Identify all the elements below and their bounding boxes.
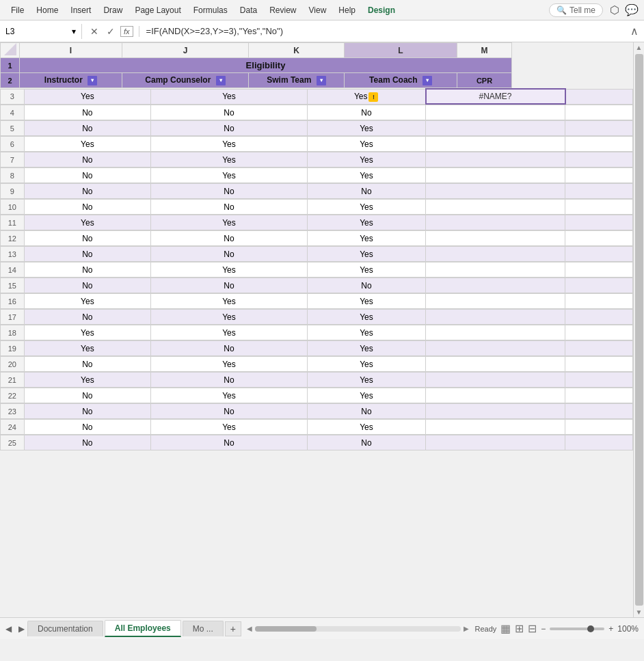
- cell-cpr[interactable]: [565, 310, 633, 325]
- cell-swim-team[interactable]: Yes: [307, 325, 425, 340]
- cell-swim-team[interactable]: No: [307, 105, 425, 120]
- cell-instructor[interactable]: No: [24, 388, 150, 403]
- cell-team-coach[interactable]: [426, 420, 565, 435]
- zoom-plus-button[interactable]: +: [608, 624, 613, 634]
- cell-camp-counselor[interactable]: No: [151, 105, 308, 120]
- cell-instructor[interactable]: No: [24, 247, 150, 262]
- h-scroll-track[interactable]: [255, 626, 461, 632]
- cell-camp-counselor[interactable]: No: [151, 373, 308, 388]
- cell-cpr[interactable]: [565, 435, 633, 450]
- cell-cpr[interactable]: [565, 200, 633, 215]
- cell-swim-team[interactable]: Yes: [307, 388, 425, 403]
- cell-instructor[interactable]: No: [24, 121, 150, 136]
- warning-icon[interactable]: !: [368, 92, 378, 102]
- cell-team-coach[interactable]: [426, 435, 565, 450]
- cell-team-coach[interactable]: [426, 200, 565, 215]
- zoom-slider[interactable]: [550, 628, 604, 630]
- cell-cpr[interactable]: [565, 404, 633, 419]
- cell-team-coach[interactable]: [426, 373, 565, 388]
- cell-camp-counselor[interactable]: Yes: [151, 420, 308, 435]
- cell-team-coach[interactable]: [426, 215, 565, 230]
- zoom-minus-button[interactable]: −: [541, 624, 546, 634]
- cancel-formula-button[interactable]: ✕: [88, 26, 101, 37]
- cell-instructor[interactable]: No: [24, 310, 150, 325]
- cell-team-coach[interactable]: [426, 105, 565, 120]
- cell-cpr[interactable]: [565, 231, 633, 246]
- cell-team-coach[interactable]: [426, 341, 565, 356]
- cell-swim-team[interactable]: Yes: [307, 247, 425, 262]
- menu-pagelayout[interactable]: Page Layout: [129, 3, 186, 18]
- cell-cpr[interactable]: [565, 294, 633, 309]
- menu-review[interactable]: Review: [264, 3, 301, 18]
- name-box[interactable]: L3 ▾: [0, 24, 82, 39]
- cell-camp-counselor[interactable]: Yes: [151, 137, 308, 152]
- page-break-view-icon[interactable]: ⊟: [528, 622, 537, 635]
- col-header-i[interactable]: I: [20, 43, 122, 58]
- cell-instructor[interactable]: Yes: [24, 341, 150, 356]
- cell-team-coach[interactable]: [426, 184, 565, 199]
- menu-help[interactable]: Help: [333, 3, 361, 18]
- cell-swim-team[interactable]: Yes: [307, 341, 425, 356]
- cell-team-coach[interactable]: [426, 310, 565, 325]
- cell-instructor[interactable]: No: [24, 404, 150, 419]
- cell-camp-counselor[interactable]: Yes: [151, 89, 308, 104]
- cell-cpr[interactable]: [565, 262, 633, 278]
- cell-cpr[interactable]: [565, 137, 633, 152]
- col-header-l[interactable]: L: [345, 43, 457, 58]
- cell-swim-team[interactable]: Yes: [307, 168, 425, 183]
- formula-expand-button[interactable]: ∧: [625, 22, 644, 40]
- menu-formulas[interactable]: Formulas: [188, 3, 233, 18]
- cell-cpr[interactable]: [565, 168, 633, 183]
- cell-swim-team[interactable]: Yes: [307, 310, 425, 325]
- cell-swim-team[interactable]: Yes: [307, 262, 425, 278]
- cell-camp-counselor[interactable]: No: [151, 231, 308, 246]
- scroll-thumb[interactable]: [635, 54, 643, 606]
- cell-team-coach[interactable]: [426, 294, 565, 309]
- cell-camp-counselor[interactable]: Yes: [151, 310, 308, 325]
- cell-swim-team[interactable]: Yes: [307, 121, 425, 136]
- cell-team-coach[interactable]: [426, 168, 565, 183]
- cell-cpr[interactable]: [565, 420, 633, 435]
- cell-instructor[interactable]: Yes: [24, 373, 150, 388]
- cell-team-coach[interactable]: [426, 388, 565, 403]
- cell-instructor[interactable]: Yes: [24, 215, 150, 230]
- cell-instructor[interactable]: No: [24, 200, 150, 215]
- cell-cpr[interactable]: [565, 388, 633, 403]
- cell-cpr[interactable]: [565, 325, 633, 340]
- cell-swim-team[interactable]: Yes: [307, 420, 425, 435]
- cell-camp-counselor[interactable]: No: [151, 121, 308, 136]
- cell-instructor[interactable]: Yes: [24, 294, 150, 309]
- cell-team-coach[interactable]: [426, 325, 565, 340]
- sheet-tab-documentation[interactable]: Documentation: [27, 621, 103, 636]
- scroll-tabs-right-button[interactable]: ▶: [16, 624, 27, 634]
- cell-cpr[interactable]: [565, 215, 633, 230]
- cell-camp-counselor[interactable]: Yes: [151, 294, 308, 309]
- cell-camp-counselor[interactable]: Yes: [151, 215, 308, 230]
- cell-camp-counselor[interactable]: No: [151, 200, 308, 215]
- formula-content[interactable]: =IF(AND(X>=23,Y>=3),"Yes","No"): [139, 26, 625, 36]
- cell-cpr[interactable]: [565, 341, 633, 356]
- insert-function-button[interactable]: fx: [120, 26, 133, 37]
- cell-team-coach[interactable]: [426, 278, 565, 293]
- filter-swim-team-icon[interactable]: ▾: [317, 76, 326, 85]
- scroll-tabs-left-button[interactable]: ◀: [3, 624, 14, 634]
- cell-swim-team[interactable]: Yes: [307, 373, 425, 388]
- cell-camp-counselor[interactable]: No: [151, 341, 308, 356]
- sheet-tab-all-employees[interactable]: All Employees: [105, 620, 181, 637]
- cell-instructor[interactable]: No: [24, 231, 150, 246]
- cell-swim-team[interactable]: Yes!: [307, 89, 425, 104]
- scroll-right-button[interactable]: ▶: [464, 625, 469, 632]
- menu-design[interactable]: Design: [362, 3, 401, 18]
- cell-camp-counselor[interactable]: Yes: [151, 152, 308, 167]
- cell-instructor[interactable]: No: [24, 420, 150, 435]
- cell-team-coach[interactable]: [426, 137, 565, 152]
- cell-team-coach[interactable]: [426, 247, 565, 262]
- cell-swim-team[interactable]: No: [307, 404, 425, 419]
- menu-insert[interactable]: Insert: [65, 3, 96, 18]
- col-header-m[interactable]: M: [457, 43, 512, 58]
- cell-instructor[interactable]: No: [24, 184, 150, 199]
- scrollbar-vertical[interactable]: ▲ ▼: [633, 42, 644, 617]
- cell-team-coach[interactable]: [426, 121, 565, 136]
- share-icon[interactable]: ⬡: [610, 3, 619, 16]
- cell-swim-team[interactable]: Yes: [307, 231, 425, 246]
